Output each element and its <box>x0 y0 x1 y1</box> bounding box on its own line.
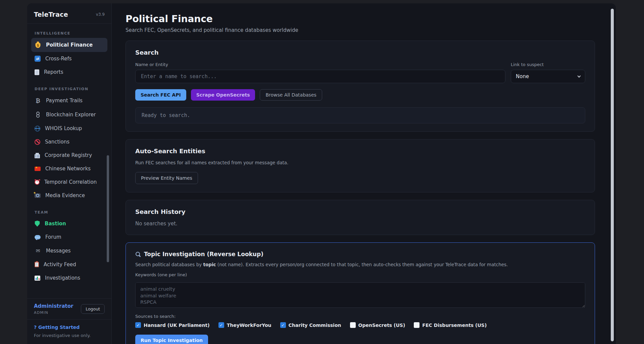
auto-search-description: Run FEC searches for all names extracted… <box>135 160 585 165</box>
keywords-textarea[interactable] <box>135 282 585 308</box>
page-title: Political Finance <box>126 13 595 24</box>
source-option-theyworkforyou[interactable]: TheyWorkForYou <box>218 322 271 328</box>
sidebar-item-sanctions[interactable]: Sanctions <box>31 135 107 149</box>
prohibited-icon <box>35 139 40 145</box>
building-icon <box>35 154 40 158</box>
footer-note: For investigative use only. <box>34 333 105 338</box>
search-card: Search Name or Entity Link to suspect No… <box>126 41 595 132</box>
section-label: INTELLIGENCE <box>31 28 107 38</box>
sidebar-item-label: Cross-Refs <box>45 56 72 62</box>
sidebar-item-label: Reports <box>44 69 63 75</box>
source-option-opensecrets[interactable]: OpenSecrets (US) <box>350 322 405 328</box>
sidebar-item-corporate-registry[interactable]: Corporate Registry <box>31 149 107 162</box>
search-history-empty-text: No searches yet. <box>135 221 585 227</box>
money-bag-icon <box>35 42 41 48</box>
sidebar-item-label: Investigations <box>45 275 80 281</box>
link-to-suspect-select[interactable]: None <box>511 70 585 83</box>
user-role-badge: ADMIN <box>34 310 73 315</box>
sidebar-section-deep-investigation: DEEP INVESTIGATION Payment Trails Blockc… <box>31 83 107 202</box>
source-option-hansard[interactable]: Hansard (UK Parliament) <box>135 322 210 328</box>
sidebar-item-blockchain-explorer[interactable]: Blockchain Explorer <box>31 108 107 122</box>
sidebar-item-label: Corporate Registry <box>45 152 92 158</box>
select-value: None <box>516 73 529 79</box>
sidebar-item-label: Messages <box>46 248 71 254</box>
sidebar-scrollbar[interactable] <box>107 155 109 262</box>
search-status-box: Ready to search. <box>135 107 585 123</box>
sources-label: Sources to search: <box>135 314 585 319</box>
user-name: Administrator <box>34 303 73 309</box>
sidebar-item-political-finance[interactable]: Political Finance <box>31 38 107 52</box>
clipboard-icon <box>35 262 39 267</box>
source-label: TheyWorkForYou <box>227 323 271 328</box>
app-title: TeleTrace <box>34 11 68 18</box>
sources-row: Hansard (UK Parliament) TheyWorkForYou C… <box>135 322 585 328</box>
search-history-card: Search History No searches yet. <box>126 200 595 235</box>
source-option-charity-commission[interactable]: Charity Commission <box>280 322 341 328</box>
name-search-input[interactable] <box>135 70 505 83</box>
link-to-suspect-label: Link to suspect <box>511 62 585 67</box>
sidebar-item-media-evidence[interactable]: Media Evidence <box>31 189 107 202</box>
checkbox[interactable] <box>135 322 141 328</box>
sidebar-item-label: Bastion <box>45 221 66 227</box>
sidebar-item-messages[interactable]: Messages <box>31 244 107 258</box>
sidebar-item-label: Media Evidence <box>45 192 85 198</box>
sidebar-item-cross-refs[interactable]: Cross-Refs <box>31 52 107 65</box>
checkbox[interactable] <box>218 322 224 328</box>
user-panel: Administrator ADMIN Logout <box>27 298 111 319</box>
preview-entity-names-button[interactable]: Preview Entity Names <box>135 172 198 184</box>
sidebar-item-temporal-correlation[interactable]: Temporal Correlation <box>31 175 107 189</box>
scrape-opensecrets-button[interactable]: Scrape OpenSecrets <box>191 89 255 101</box>
source-option-fec-disbursements[interactable]: FEC Disbursements (US) <box>414 322 487 328</box>
checkbox[interactable] <box>350 322 356 328</box>
name-entity-label: Name or Entity <box>135 62 505 67</box>
sidebar-item-investigations[interactable]: Investigations <box>31 271 107 285</box>
sidebar-nav: INTELLIGENCE Political Finance Cross-Ref… <box>27 24 111 298</box>
page-subtitle: Search FEC, OpenSecrets, and political f… <box>126 27 595 33</box>
topic-investigation-description: Search political databases by topic (not… <box>135 262 585 267</box>
sidebar-item-label: Activity Feed <box>44 262 76 268</box>
search-fec-api-button[interactable]: Search FEC API <box>135 89 186 101</box>
app-window: TeleTrace v3.9 INTELLIGENCE Political Fi… <box>27 3 616 344</box>
globe-icon <box>35 126 40 131</box>
search-icon <box>135 251 141 257</box>
sidebar-item-chinese-networks[interactable]: Chinese Networks <box>31 162 107 175</box>
checkbox[interactable] <box>280 322 286 328</box>
source-label: FEC Disbursements (US) <box>422 323 487 328</box>
main-scrollbar[interactable] <box>611 9 614 341</box>
section-label: DEEP INVESTIGATION <box>31 83 107 94</box>
sidebar-item-activity-feed[interactable]: Activity Feed <box>31 258 107 271</box>
china-flag-icon <box>35 167 41 171</box>
checkbox[interactable] <box>414 322 419 328</box>
bitcoin-icon <box>35 97 41 104</box>
sidebar-item-payment-trails[interactable]: Payment Trails <box>31 94 107 108</box>
section-label: TEAM <box>31 207 107 217</box>
sidebar-item-label: Political Finance <box>46 42 93 48</box>
sidebar-item-label: Temporal Correlation <box>44 179 97 185</box>
run-topic-investigation-button[interactable]: Run Topic Investigation <box>135 335 208 344</box>
topic-investigation-title: Topic Investigation (Reverse Lookup) <box>144 251 263 257</box>
sidebar-item-label: Forum <box>45 234 61 240</box>
source-label: Hansard (UK Parliament) <box>144 323 210 328</box>
sidebar-item-bastion[interactable]: Bastion <box>31 217 107 230</box>
bar-chart-icon <box>35 276 40 281</box>
source-label: OpenSecrets (US) <box>358 323 405 328</box>
getting-started-link[interactable]: ? Getting Started <box>34 325 105 330</box>
source-label: Charity Commission <box>289 323 341 328</box>
sidebar-item-forum[interactable]: Forum <box>31 230 107 244</box>
search-history-title: Search History <box>135 208 585 215</box>
sidebar-section-team: TEAM Bastion Forum Messages <box>31 207 107 285</box>
sidebar-footer: ? Getting Started For investigative use … <box>27 319 111 344</box>
sidebar-section-intelligence: INTELLIGENCE Political Finance Cross-Ref… <box>31 28 107 79</box>
sidebar-item-label: WHOIS Lookup <box>45 125 82 131</box>
sidebar: TeleTrace v3.9 INTELLIGENCE Political Fi… <box>27 3 112 344</box>
keywords-label: Keywords (one per line) <box>135 272 585 277</box>
sidebar-item-whois-lookup[interactable]: WHOIS Lookup <box>31 122 107 135</box>
camera-flash-icon <box>35 193 41 198</box>
sidebar-item-reports[interactable]: Reports <box>31 65 107 79</box>
desktop-background: TeleTrace v3.9 INTELLIGENCE Political Fi… <box>0 0 644 344</box>
chain-links-icon <box>35 111 41 118</box>
search-card-title: Search <box>135 49 585 56</box>
logout-button[interactable]: Logout <box>81 304 105 314</box>
sidebar-item-label: Blockchain Explorer <box>46 112 96 118</box>
browse-all-databases-button[interactable]: Browse All Databases <box>260 89 322 101</box>
